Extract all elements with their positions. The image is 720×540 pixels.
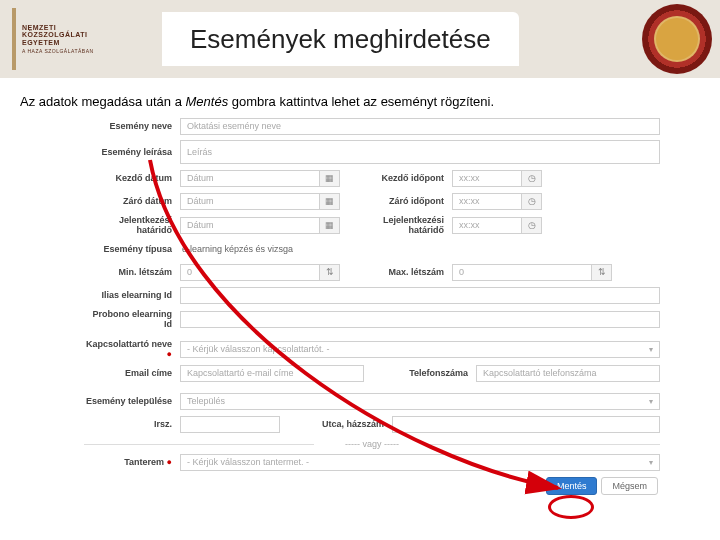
end-time-input[interactable]: xx:xx — [452, 193, 522, 210]
label-max-headcount: Max. létszám — [356, 267, 452, 277]
event-type-value: e-learning képzés és vizsga — [180, 244, 660, 254]
or-divider: ----- vagy ----- — [84, 439, 660, 449]
logo-line4: A HAZA SZOLGÁLATÁBAN — [22, 49, 102, 55]
label-event-city: Esemény települése — [84, 396, 180, 406]
annotation-circle — [548, 495, 594, 519]
event-desc-input[interactable]: Leírás — [180, 140, 660, 164]
label-zip: Irsz. — [84, 419, 180, 429]
calendar-icon[interactable]: ▦ — [320, 170, 340, 187]
clock-icon[interactable]: ◷ — [522, 193, 542, 210]
label-unreg-deadline: Lejelentkezési határidő — [356, 215, 452, 235]
stepper-icon[interactable]: ⇅ — [592, 264, 612, 281]
label-reg-deadline: Jelentkezési határidő — [84, 215, 180, 235]
save-button[interactable]: Mentés — [546, 477, 598, 495]
label-event-name: Esemény neve — [84, 121, 180, 131]
chevron-down-icon: ▾ — [649, 458, 653, 467]
chevron-down-icon: ▾ — [649, 345, 653, 354]
label-start-date: Kezdő dátum — [84, 173, 180, 183]
probono-id-input[interactable] — [180, 311, 660, 328]
event-form: Esemény neve Oktatási esemény neve Esemé… — [84, 117, 660, 495]
min-headcount-input[interactable]: 0 — [180, 264, 320, 281]
end-date-input[interactable]: Dátum — [180, 193, 320, 210]
clock-icon[interactable]: ◷ — [522, 217, 542, 234]
label-contact-phone: Telefonszáma — [380, 368, 476, 378]
street-input[interactable] — [392, 416, 660, 433]
start-time-input[interactable]: xx:xx — [452, 170, 522, 187]
contact-phone-input[interactable]: Kapcsolattartó telefonszáma — [476, 365, 660, 382]
label-probono-id: Probono elearning Id — [84, 309, 180, 329]
contact-select-value: - Kérjük válasszon kapcsolattartót. - — [187, 344, 330, 354]
org-logo-text: NEMZETI KÖZSZOLGÁLATI EGYETEM A HAZA SZO… — [12, 8, 102, 70]
unreg-deadline-input[interactable]: xx:xx — [452, 217, 522, 234]
reg-deadline-input[interactable]: Dátum — [180, 217, 320, 234]
start-date-input[interactable]: Dátum — [180, 170, 320, 187]
instruction-suffix: gombra kattintva lehet az eseményt rögzí… — [228, 94, 494, 109]
zip-input[interactable] — [180, 416, 280, 433]
chevron-down-icon: ▾ — [649, 397, 653, 406]
label-end-date: Záró dátum — [84, 196, 180, 206]
label-ilias-id: Ilias elearning Id — [84, 290, 180, 300]
ilias-id-input[interactable] — [180, 287, 660, 304]
label-end-time: Záró időpont — [356, 196, 452, 206]
label-event-desc: Esemény leírása — [84, 147, 180, 157]
instruction-emphasis: Mentés — [186, 94, 229, 109]
stepper-icon[interactable]: ⇅ — [320, 264, 340, 281]
logo-line3: EGYETEM — [22, 39, 102, 47]
label-start-time: Kezdő időpont — [356, 173, 452, 183]
label-room: Tanterem ● — [84, 457, 180, 467]
clock-icon[interactable]: ◷ — [522, 170, 542, 187]
label-contact-name: Kapcsolattartó neve ● — [84, 339, 180, 359]
label-street: Utca, házszám — [296, 419, 392, 429]
page-header: NEMZETI KÖZSZOLGÁLATI EGYETEM A HAZA SZO… — [0, 0, 720, 78]
label-event-type: Esemény típusa — [84, 244, 180, 254]
event-name-input[interactable]: Oktatási esemény neve — [180, 118, 660, 135]
org-seal-icon — [642, 4, 712, 74]
instruction-prefix: Az adatok megadása után a — [20, 94, 186, 109]
calendar-icon[interactable]: ▦ — [320, 217, 340, 234]
cancel-button[interactable]: Mégsem — [601, 477, 658, 495]
calendar-icon[interactable]: ▦ — [320, 193, 340, 210]
room-select[interactable]: - Kérjük válasszon tantermet. - ▾ — [180, 454, 660, 471]
contact-select[interactable]: - Kérjük válasszon kapcsolattartót. - ▾ — [180, 341, 660, 358]
page-title: Események meghirdetése — [162, 12, 519, 66]
city-select[interactable]: Település ▾ — [180, 393, 660, 410]
room-select-value: - Kérjük válasszon tantermet. - — [187, 457, 309, 467]
instruction-text: Az adatok megadása után a Mentés gombra … — [0, 78, 720, 117]
label-contact-email: Email címe — [84, 368, 180, 378]
max-headcount-input[interactable]: 0 — [452, 264, 592, 281]
contact-email-input[interactable]: Kapcsolattartó e-mail címe — [180, 365, 364, 382]
logo-line2: KÖZSZOLGÁLATI — [22, 31, 102, 39]
label-min-headcount: Min. létszám — [84, 267, 180, 277]
city-select-value: Település — [187, 396, 225, 406]
